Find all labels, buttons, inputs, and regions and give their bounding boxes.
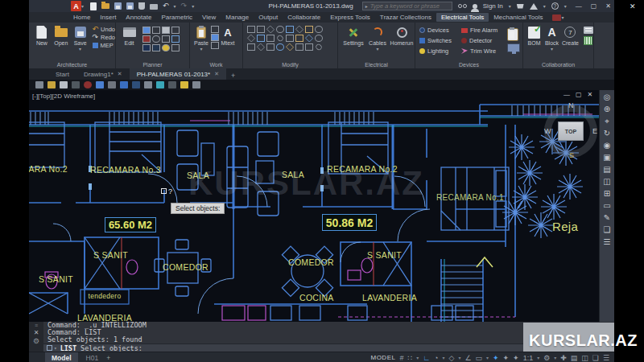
panel-title-modify[interactable]: Modify <box>243 62 337 68</box>
sign-in-caret-icon[interactable]: ▾ <box>509 4 511 9</box>
view-tool-icon[interactable] <box>108 81 116 88</box>
modify-tool-icon[interactable] <box>295 25 303 33</box>
workspace-caret-icon[interactable]: ▾ <box>554 355 556 360</box>
command-prompt[interactable]: Select objects: <box>80 344 142 352</box>
search-box[interactable]: ▸ <box>362 2 452 10</box>
annotation-scale-icon[interactable]: ✦ <box>513 354 519 362</box>
model-tab[interactable]: Model <box>45 352 78 362</box>
modify-tool-icon[interactable] <box>295 35 303 42</box>
autoscale-icon[interactable]: ✦ <box>503 354 510 362</box>
dyninput-icon[interactable]: ▭ <box>475 354 482 362</box>
nav-showmotion-icon[interactable]: ◉ <box>604 142 611 150</box>
modify-tool-icon[interactable] <box>266 35 275 42</box>
panel-title-collaboration[interactable]: Collaboration <box>523 62 593 68</box>
modify-tool-icon[interactable] <box>257 43 265 51</box>
command-close-icon[interactable]: ✕ <box>34 330 39 336</box>
command-recent-icon[interactable] <box>47 345 52 351</box>
polar-caret-icon[interactable]: ▾ <box>442 355 444 360</box>
units-icon[interactable]: ▤ <box>571 354 578 362</box>
file-tab-current[interactable]: PH-PALMERAS 01-2013*✕ <box>130 68 226 80</box>
modify-tool-icon[interactable] <box>315 35 323 42</box>
planner-tool-icon[interactable] <box>171 44 180 51</box>
scale-value[interactable]: 1:1 <box>523 354 534 362</box>
snap-icon[interactable]: ∷ <box>407 354 412 362</box>
tab-extra-icon[interactable] <box>552 14 561 21</box>
viewcube-north[interactable]: N <box>568 101 574 109</box>
work-tool-icon[interactable] <box>211 42 219 49</box>
viewport-restore-icon[interactable]: ▢ <box>576 91 582 98</box>
work-tool-icon[interactable] <box>211 26 219 33</box>
modify-tool-icon[interactable] <box>276 34 284 42</box>
customization-menu-icon[interactable]: ☰ <box>603 354 609 362</box>
planner-tool-icon[interactable] <box>152 35 160 43</box>
tab-collaborate[interactable]: Collaborate <box>283 13 325 22</box>
nav-measure-icon[interactable]: ▭ <box>603 202 610 210</box>
nav-annotate-icon[interactable]: ✎ <box>604 214 610 222</box>
viewcube-east[interactable]: E <box>592 127 597 135</box>
drag-grip-icon[interactable]: ≡ <box>35 323 38 328</box>
paste-button[interactable]: Paste▾ <box>192 23 210 51</box>
save-as-icon[interactable] <box>126 2 134 10</box>
dyninput-caret-icon[interactable]: ▾ <box>486 355 489 360</box>
modify-tool-icon[interactable] <box>266 25 275 33</box>
viewcube-south[interactable]: S <box>569 151 574 159</box>
view-tool-icon[interactable] <box>192 81 200 88</box>
modify-tool-icon[interactable] <box>295 43 303 51</box>
planner-tool-icon[interactable] <box>142 27 151 34</box>
isodraft-icon[interactable]: ◇ <box>448 354 454 362</box>
trim-wire-button[interactable]: Trim Wire <box>461 46 505 56</box>
planner-tool-icon[interactable] <box>171 27 180 34</box>
planner-tool-icon[interactable] <box>171 35 180 43</box>
open-file-icon[interactable] <box>101 3 109 9</box>
workspace-gear-icon[interactable]: ⚙ <box>543 354 550 362</box>
modify-tool-icon[interactable] <box>286 26 294 33</box>
tab-mechanical-tools[interactable]: Mechanical Tools <box>489 13 547 22</box>
search-input[interactable] <box>370 2 449 10</box>
model-space-label[interactable]: MODEL <box>370 354 395 361</box>
planner-tool-icon[interactable] <box>152 44 160 51</box>
nav-menu-icon[interactable]: ☰ <box>604 238 611 246</box>
isodraft-caret-icon[interactable]: ▾ <box>458 355 460 360</box>
viewcube-top-button[interactable]: TOP <box>558 121 584 141</box>
command-recent-caret-icon[interactable]: ▾ <box>54 346 57 351</box>
device-clipboard-icon[interactable] <box>507 28 518 41</box>
tab-extra-caret-icon[interactable]: ▾ <box>561 15 564 20</box>
clean-screen-icon[interactable]: ❏ <box>592 354 599 362</box>
collab-grid-icon[interactable] <box>584 36 592 45</box>
print-icon[interactable] <box>150 4 158 10</box>
viewcube-west[interactable]: W <box>544 127 551 135</box>
fire-alarm-button[interactable]: Fire Alarm <box>461 25 505 35</box>
new-file-icon[interactable] <box>90 2 97 10</box>
undo-caret-icon[interactable]: ▾ <box>174 4 176 9</box>
view-tool-icon[interactable] <box>180 81 188 88</box>
save-button[interactable]: Save▾ <box>71 23 90 51</box>
modify-tool-icon[interactable] <box>247 26 255 33</box>
snap-caret-icon[interactable]: ▾ <box>416 355 419 360</box>
modify-tool-icon[interactable] <box>305 26 313 33</box>
modify-tool-icon[interactable] <box>286 35 294 42</box>
view-tool-icon[interactable] <box>168 81 176 88</box>
bom-button[interactable]: ✓BOM <box>526 23 542 46</box>
sign-in-link[interactable]: Sign In <box>483 2 503 10</box>
file-tab-start[interactable]: Start <box>48 68 76 80</box>
undo-button[interactable]: ↶Undo <box>93 26 115 33</box>
panel-title-planner[interactable]: Planner <box>116 62 189 68</box>
modify-tool-icon[interactable] <box>257 26 265 33</box>
homerun-button[interactable]: Homerun <box>390 23 414 46</box>
minimize-button[interactable]: — <box>576 2 582 10</box>
nav-layers-icon[interactable]: ▤ <box>603 166 610 174</box>
redo-icon[interactable]: ↷ <box>181 2 188 10</box>
new-layout-button[interactable]: + <box>106 354 110 362</box>
planner-tool-icon[interactable] <box>152 27 160 34</box>
settings-button[interactable]: Settings <box>341 23 365 46</box>
nav-grid-icon[interactable]: ⊞ <box>604 190 610 198</box>
view-tool-icon[interactable] <box>144 81 152 88</box>
viewport-controls-label[interactable]: [-][Top][2D Wireframe] <box>32 93 95 100</box>
overlay-close-icon[interactable]: ✕ <box>630 2 636 10</box>
view-tool-icon[interactable] <box>132 81 140 88</box>
open-button[interactable]: Open <box>52 23 71 46</box>
close-tab-icon[interactable]: ✕ <box>118 71 122 77</box>
redo-button[interactable]: ↷Redo <box>93 34 115 41</box>
switches-button[interactable]: Switches <box>419 35 461 46</box>
a360-icon[interactable] <box>530 3 538 10</box>
